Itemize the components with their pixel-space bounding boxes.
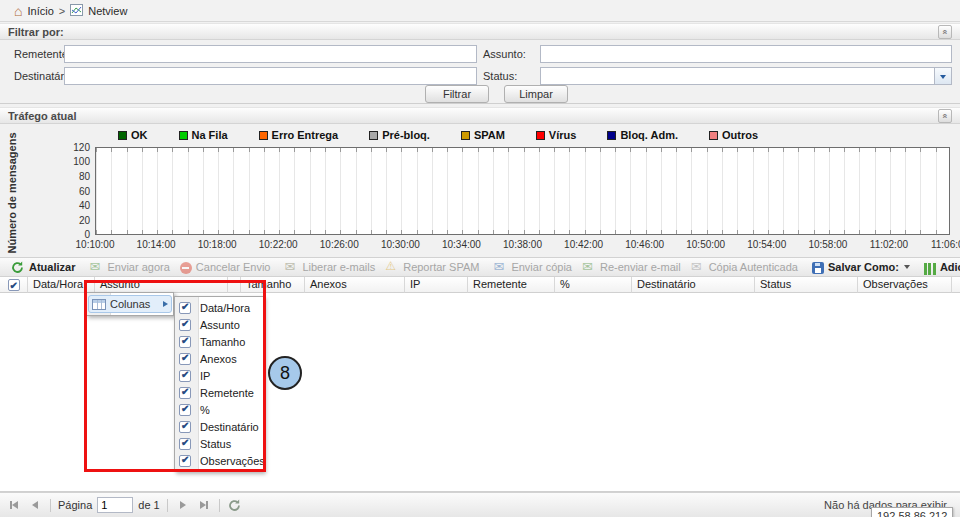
grid-body-empty (0, 293, 960, 492)
first-page-button (6, 497, 22, 513)
reenviar-email-button: Re-enviar e-mail (577, 260, 686, 275)
pagination-separator (219, 499, 220, 512)
checkbox-checked-icon (8, 279, 20, 291)
legend-swatch (369, 131, 378, 140)
adicionar-a-button[interactable]: Adicionar à: (919, 260, 960, 274)
breadcrumb: ⌂ Início > Netview (0, 0, 960, 22)
filter-collapse-button[interactable]: « (938, 25, 952, 39)
prev-page-button (27, 497, 43, 513)
checkbox-checked-icon (179, 319, 191, 331)
column-header-anexos[interactable]: Anexos (305, 277, 405, 293)
limpar-button[interactable]: Limpar (504, 85, 568, 103)
authenticated-copy-icon (691, 261, 705, 274)
column-header-percent[interactable]: % (555, 277, 632, 293)
column-header-tamanho[interactable]: Tamanho (241, 277, 305, 293)
submenu-label: Observações (200, 455, 265, 467)
menu-item-colunas[interactable]: Colunas (88, 295, 172, 313)
column-header-ip[interactable]: IP (405, 277, 468, 293)
filter-panel-title: Filtrar por: (8, 26, 64, 38)
submenu-item-anexos[interactable]: Anexos (175, 350, 263, 367)
assunto-input[interactable] (540, 45, 952, 63)
select-all-checkbox[interactable] (0, 277, 28, 293)
x-tick: 10:10:00 (76, 239, 115, 250)
y-tick: 60 (50, 186, 90, 197)
column-header-status[interactable]: Status (755, 277, 858, 293)
submenu-label: Tamanho (200, 336, 245, 348)
breadcrumb-current[interactable]: Netview (88, 5, 127, 17)
legend-item: Vírus (536, 128, 577, 142)
legend-item: Outros (709, 128, 758, 142)
legend-swatch (118, 131, 127, 140)
legend-item: Bloq. Adm. (607, 128, 678, 142)
legend-item: Pré-bloq. (369, 128, 430, 142)
atualizar-button[interactable]: Atualizar (6, 260, 80, 275)
column-header-filler (952, 277, 960, 293)
submenu-label: Status (200, 438, 231, 450)
remetente-input[interactable] (64, 45, 477, 63)
submenu-item-remetente[interactable]: Remetente (175, 384, 263, 401)
column-header-spacer (228, 277, 241, 293)
column-header-observacoes[interactable]: Observações (858, 277, 952, 293)
cancelar-envio-button: Cancelar Envio (175, 260, 276, 274)
traffic-chart: Número de mensagens 120 100 80 60 40 20 … (0, 145, 960, 251)
y-tick: 80 (50, 171, 90, 182)
submenu-item-percent[interactable]: % (175, 401, 263, 418)
x-tick: 10:42:00 (564, 239, 603, 250)
submenu-label: % (200, 404, 210, 416)
legend-swatch (259, 131, 268, 140)
next-page-icon (180, 501, 186, 509)
submenu-item-observacoes[interactable]: Observações (175, 452, 263, 469)
column-header-remetente[interactable]: Remetente (468, 277, 555, 293)
toolbar-label: Liberar e-mails (302, 261, 375, 273)
filtrar-button[interactable]: Filtrar (425, 85, 489, 103)
last-page-button (196, 497, 212, 513)
destinatario-input[interactable] (64, 67, 477, 85)
checkbox-checked-icon (179, 302, 191, 314)
columns-icon (92, 299, 106, 310)
submenu-item-data-hora[interactable]: Data/Hora (175, 299, 263, 316)
grid-toolbar: Atualizar Enviar agora Cancelar Envio Li… (0, 257, 960, 277)
legend-swatch (461, 131, 470, 140)
toolbar-label: Enviar cópia (511, 261, 572, 273)
submenu-item-ip[interactable]: IP (175, 367, 263, 384)
column-header-data-hora[interactable]: Data/Hora (28, 277, 95, 293)
legend-swatch (536, 131, 545, 140)
refresh-grid-button[interactable] (227, 497, 243, 513)
page-number-input[interactable] (97, 497, 133, 513)
legend-label: SPAM (474, 129, 505, 141)
x-tick: 10:54:00 (747, 239, 786, 250)
x-tick: 10:58:00 (808, 239, 847, 250)
home-icon: ⌂ (14, 5, 22, 17)
checkbox-checked-icon (179, 455, 191, 467)
toolbar-label: Enviar agora (107, 261, 169, 273)
submenu-label: Assunto (200, 319, 240, 331)
enviar-copia-button: Enviar cópia (488, 260, 577, 275)
column-header-assunto[interactable]: Assunto (95, 277, 228, 293)
copia-autenticada-button: Cópia Autenticada (686, 260, 803, 275)
submenu-label: Data/Hora (200, 302, 250, 314)
salvar-como-button[interactable]: Salvar Como: (807, 260, 915, 274)
submenu-item-assunto[interactable]: Assunto (175, 316, 263, 333)
legend-label: Erro Entrega (272, 129, 339, 141)
legend-swatch (607, 131, 616, 140)
submenu-item-tamanho[interactable]: Tamanho (175, 333, 263, 350)
y-axis-title: Número de mensagens (6, 113, 18, 273)
toolbar-label: Reportar SPAM (403, 261, 479, 273)
status-dropdown-button[interactable] (934, 68, 951, 84)
column-header-destinatario[interactable]: Destinatário (632, 277, 755, 293)
submenu-item-destinatario[interactable]: Destinatário (175, 418, 263, 435)
x-tick: 11:06:00 (931, 239, 960, 250)
y-tick: 40 (50, 200, 90, 211)
x-tick: 10:38:00 (503, 239, 542, 250)
submenu-label: Destinatário (200, 421, 259, 433)
release-mail-icon (284, 261, 298, 274)
y-tick: 100 (50, 156, 90, 167)
menu-item-label: Colunas (110, 298, 150, 310)
status-select[interactable] (540, 67, 952, 85)
submenu-item-status[interactable]: Status (175, 435, 263, 452)
breadcrumb-home-link[interactable]: Início (27, 5, 53, 17)
toolbar-label: Re-enviar e-mail (600, 261, 681, 273)
traffic-collapse-button[interactable]: « (938, 109, 952, 123)
tooltip-partial: 192.58.86.212 (871, 507, 953, 517)
cancel-icon (180, 262, 192, 274)
